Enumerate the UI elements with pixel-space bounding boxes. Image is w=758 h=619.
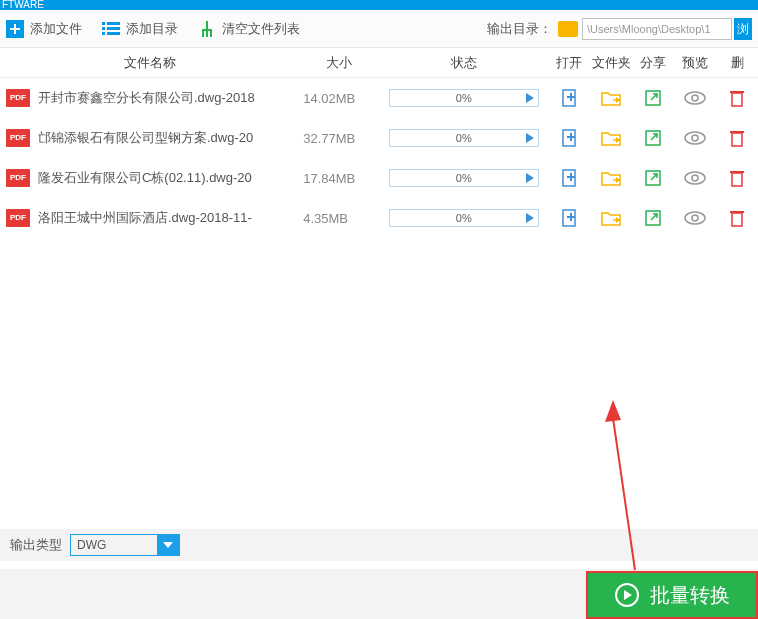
play-icon	[526, 133, 534, 143]
svg-rect-43	[570, 213, 572, 221]
pdf-icon: PDF	[6, 209, 30, 227]
add-file-label: 添加文件	[30, 20, 82, 38]
preview-button[interactable]	[674, 91, 716, 105]
svg-rect-4	[107, 22, 120, 25]
svg-marker-50	[163, 542, 173, 548]
broom-icon	[198, 20, 216, 38]
svg-rect-34	[570, 173, 572, 181]
share-button[interactable]	[632, 169, 674, 187]
progress-bar[interactable]: 0%	[389, 169, 539, 187]
file-size: 4.35MB	[299, 211, 379, 226]
svg-point-37	[685, 172, 705, 184]
output-path-input[interactable]	[582, 18, 732, 40]
svg-point-19	[685, 92, 705, 104]
progress-bar[interactable]: 0%	[389, 209, 539, 227]
svg-rect-48	[732, 213, 742, 226]
output-type-select[interactable]: DWG	[70, 534, 180, 556]
delete-button[interactable]	[716, 129, 758, 147]
output-type-row: 输出类型 DWG	[0, 529, 758, 561]
convert-label: 批量转换	[650, 582, 730, 609]
svg-rect-10	[202, 29, 212, 31]
pdf-icon: PDF	[6, 89, 30, 107]
svg-rect-22	[730, 91, 744, 93]
file-name: 隆发石业有限公司C栋(02.11).dwg-20	[38, 169, 299, 187]
add-dir-label: 添加目录	[126, 20, 178, 38]
folder-button[interactable]	[590, 90, 632, 106]
progress-bar[interactable]: 0%	[389, 89, 539, 107]
progress-bar[interactable]: 0%	[389, 129, 539, 147]
share-button[interactable]	[632, 209, 674, 227]
list-icon	[102, 20, 120, 38]
play-circle-icon	[614, 582, 640, 608]
svg-point-38	[692, 175, 698, 181]
folder-icon	[558, 21, 578, 37]
batch-convert-button[interactable]: 批量转换	[586, 571, 758, 619]
title-bar: FTWARE	[0, 0, 758, 10]
header-share: 分享	[632, 54, 674, 72]
file-list: PDF 开封市赛鑫空分长有限公司.dwg-2018 14.02MB 0% PDF…	[0, 78, 758, 238]
svg-rect-39	[732, 173, 742, 186]
svg-rect-5	[102, 27, 105, 30]
clear-list-button[interactable]: 清空文件列表	[198, 20, 300, 38]
header-preview: 预览	[674, 54, 716, 72]
share-button[interactable]	[632, 89, 674, 107]
folder-button[interactable]	[590, 130, 632, 146]
progress-label: 0%	[390, 132, 538, 144]
browse-button[interactable]: 浏	[734, 18, 752, 40]
add-file-button[interactable]: 添加文件	[6, 20, 82, 38]
folder-button[interactable]	[590, 170, 632, 186]
add-dir-button[interactable]: 添加目录	[102, 20, 178, 38]
svg-point-20	[692, 95, 698, 101]
header-delete: 删	[716, 54, 758, 72]
svg-rect-11	[202, 31, 204, 37]
output-dir-label: 输出目录：	[487, 20, 552, 38]
svg-rect-6	[107, 27, 120, 30]
table-row: PDF 开封市赛鑫空分长有限公司.dwg-2018 14.02MB 0%	[0, 78, 758, 118]
svg-rect-9	[206, 21, 208, 29]
delete-button[interactable]	[716, 169, 758, 187]
svg-point-46	[685, 212, 705, 224]
svg-marker-54	[605, 400, 621, 422]
open-button[interactable]	[549, 88, 591, 108]
progress-label: 0%	[390, 172, 538, 184]
file-name: 洛阳王城中州国际酒店.dwg-2018-11-	[38, 209, 299, 227]
chevron-down-icon	[157, 535, 179, 555]
svg-rect-3	[102, 22, 105, 25]
toolbar: 添加文件 添加目录 清空文件列表 输出目录： 浏	[0, 10, 758, 48]
header-folder: 文件夹	[590, 54, 632, 72]
file-size: 32.77MB	[299, 131, 379, 146]
open-button[interactable]	[549, 168, 591, 188]
svg-point-28	[685, 132, 705, 144]
svg-point-29	[692, 135, 698, 141]
table-row: PDF 洛阳王城中州国际酒店.dwg-2018-11- 4.35MB 0%	[0, 198, 758, 238]
svg-rect-13	[210, 31, 212, 37]
preview-button[interactable]	[674, 211, 716, 225]
preview-button[interactable]	[674, 171, 716, 185]
table-header: 文件名称 大小 状态 打开 文件夹 分享 预览 删	[0, 48, 758, 78]
svg-rect-12	[206, 31, 208, 37]
open-button[interactable]	[549, 128, 591, 148]
svg-rect-31	[730, 131, 744, 133]
output-type-value: DWG	[77, 538, 106, 552]
progress-label: 0%	[390, 92, 538, 104]
pdf-icon: PDF	[6, 129, 30, 147]
table-row: PDF 隆发石业有限公司C栋(02.11).dwg-20 17.84MB 0%	[0, 158, 758, 198]
output-type-label: 输出类型	[10, 536, 62, 554]
play-icon	[526, 93, 534, 103]
progress-label: 0%	[390, 212, 538, 224]
share-button[interactable]	[632, 129, 674, 147]
file-name: 邙锦添银石有限公司型钢方案.dwg-20	[38, 129, 299, 147]
header-size: 大小	[299, 54, 379, 72]
svg-rect-16	[570, 93, 572, 101]
svg-rect-8	[107, 32, 120, 35]
preview-button[interactable]	[674, 131, 716, 145]
clear-list-label: 清空文件列表	[222, 20, 300, 38]
open-button[interactable]	[549, 208, 591, 228]
svg-rect-40	[730, 171, 744, 173]
table-row: PDF 邙锦添银石有限公司型钢方案.dwg-20 32.77MB 0%	[0, 118, 758, 158]
folder-button[interactable]	[590, 210, 632, 226]
delete-button[interactable]	[716, 209, 758, 227]
header-status: 状态	[379, 54, 549, 72]
delete-button[interactable]	[716, 89, 758, 107]
header-name: 文件名称	[0, 54, 299, 72]
